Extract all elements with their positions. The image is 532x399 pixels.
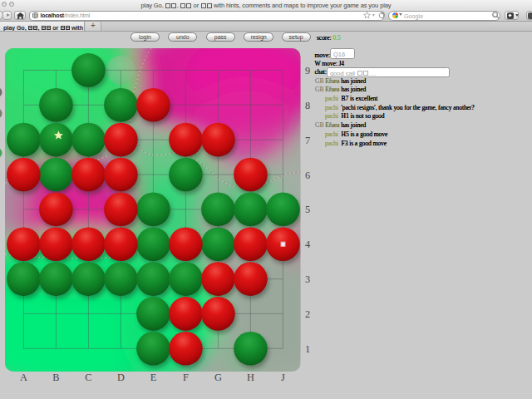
svg-text:F: F <box>183 372 189 383</box>
svg-text:H: H <box>247 372 254 383</box>
svg-text:9: 9 <box>305 65 310 76</box>
svg-text:G: G <box>214 372 222 383</box>
svg-text:E: E <box>150 372 157 383</box>
svg-text:1: 1 <box>305 343 310 355</box>
svg-text:B: B <box>52 372 59 383</box>
svg-text:2: 2 <box>305 308 310 320</box>
svg-text:C: C <box>85 372 91 383</box>
svg-text:5: 5 <box>305 204 310 215</box>
svg-text:J: J <box>281 372 285 383</box>
svg-text:7: 7 <box>305 135 310 146</box>
svg-text:3: 3 <box>305 273 310 285</box>
svg-text:8: 8 <box>305 100 310 111</box>
svg-text:4: 4 <box>305 239 310 250</box>
svg-text:6: 6 <box>305 170 310 181</box>
svg-text:D: D <box>117 372 125 383</box>
svg-text:A: A <box>20 372 27 383</box>
